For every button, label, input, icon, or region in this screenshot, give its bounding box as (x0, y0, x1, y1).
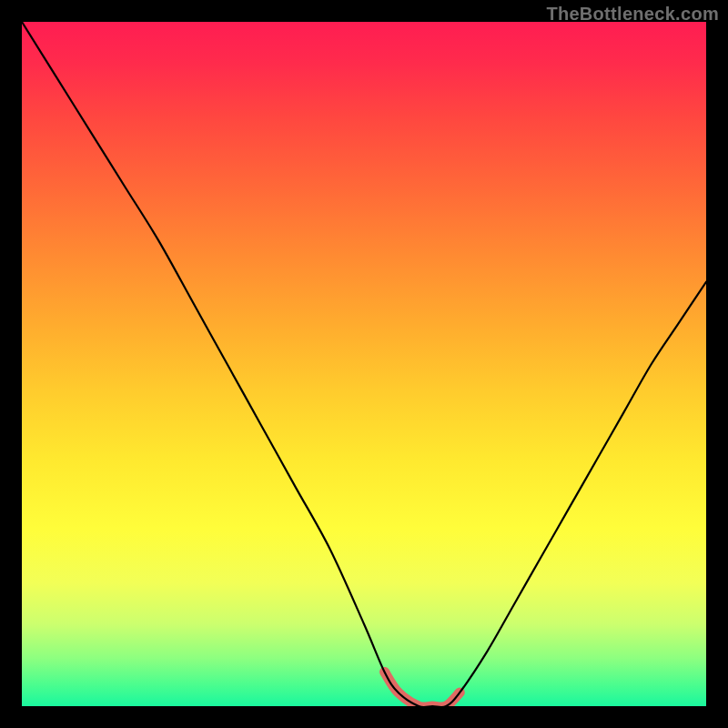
plot-frame (22, 22, 706, 706)
curve-svg (22, 22, 706, 706)
chart-stage: TheBottleneck.com (0, 0, 728, 728)
bottleneck-curve (22, 22, 706, 706)
